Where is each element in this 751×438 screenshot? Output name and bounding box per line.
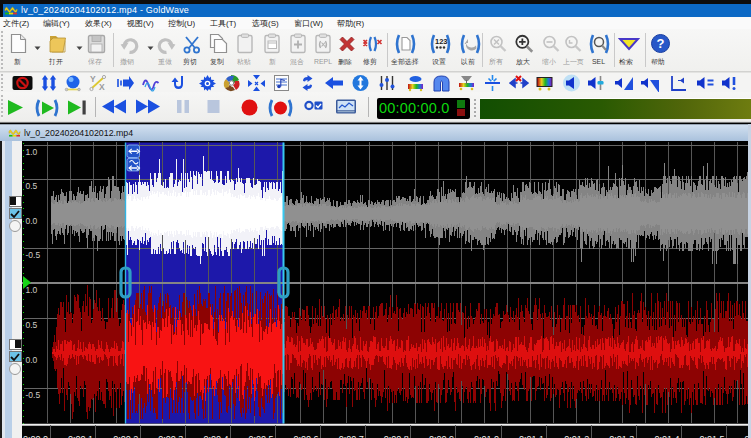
svg-text:0.5: 0.5 xyxy=(26,181,38,191)
svg-text:0:00.2: 0:00.2 xyxy=(113,434,138,438)
svg-text:0:01.1: 0:01.1 xyxy=(519,434,544,438)
svg-text:0:00.6: 0:00.6 xyxy=(294,434,319,438)
svg-text:0:00.5: 0:00.5 xyxy=(249,434,274,438)
svg-text:1.0: 1.0 xyxy=(26,147,38,157)
svg-text:0:00.8: 0:00.8 xyxy=(384,434,409,438)
svg-text:-0.5: -0.5 xyxy=(26,250,41,260)
svg-text:?: ? xyxy=(657,36,665,51)
svg-text:0:01.4: 0:01.4 xyxy=(654,434,679,438)
svg-text:0:00.4: 0:00.4 xyxy=(203,434,228,438)
svg-text:0.0: 0.0 xyxy=(26,216,38,226)
svg-text:0:00.0: 0:00.0 xyxy=(23,434,48,438)
svg-text:123: 123 xyxy=(435,37,448,46)
svg-text:0.0: 0.0 xyxy=(26,355,38,365)
svg-text:0:00.1: 0:00.1 xyxy=(68,434,93,438)
svg-text:0:01.6: 0:01.6 xyxy=(745,434,748,438)
svg-text:0:00.3: 0:00.3 xyxy=(158,434,183,438)
svg-text:0:01.5: 0:01.5 xyxy=(700,434,725,438)
svg-text:X: X xyxy=(99,82,105,92)
svg-text:Y: Y xyxy=(90,74,96,84)
svg-text:0:01.0: 0:01.0 xyxy=(474,434,499,438)
svg-text:1.0: 1.0 xyxy=(26,285,38,295)
svg-text:0:01.3: 0:01.3 xyxy=(609,434,634,438)
svg-text:0:01.2: 0:01.2 xyxy=(564,434,589,438)
svg-text:0.5: 0.5 xyxy=(26,320,38,330)
svg-text:-0.5: -0.5 xyxy=(26,390,41,400)
svg-text:0:00.9: 0:00.9 xyxy=(429,434,454,438)
svg-text:0:00.7: 0:00.7 xyxy=(339,434,364,438)
